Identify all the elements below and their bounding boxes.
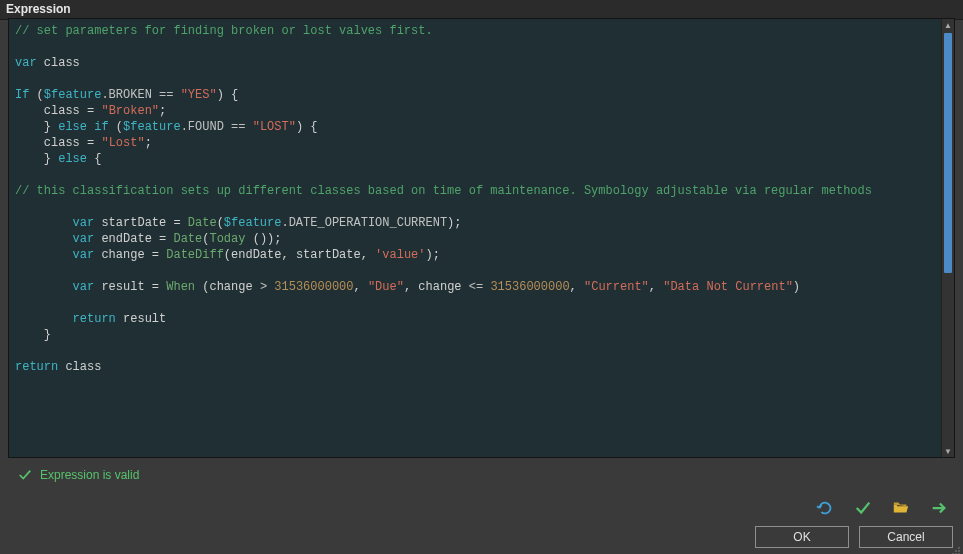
code-string: "Data Not Current" [663,280,793,294]
window-title: Expression [0,0,963,20]
code-string: "Current" [584,280,649,294]
code-string: "Broken" [101,104,159,118]
code-func: Today [209,232,245,246]
cancel-button[interactable]: Cancel [859,526,953,548]
revert-icon[interactable] [815,498,835,518]
code-ident: endDate [231,248,281,262]
dialog-buttons: OK Cancel [755,526,953,548]
code-string: 'value' [375,248,425,262]
code-ident: class [44,56,80,70]
code-func: Date [188,216,217,230]
code-ident: class [44,136,80,150]
code-ident: startDate [296,248,361,262]
code-ident: change [418,280,461,294]
code-func: DateDiff [166,248,224,262]
code-string: "LOST" [253,120,296,134]
code-ident: result [123,312,166,326]
scrollbar-thumb[interactable] [944,33,952,273]
code-ident: change [209,280,252,294]
code-comment: // this classification sets up different… [15,184,872,198]
check-icon [18,468,32,482]
editor-container: // set parameters for finding broken or … [8,18,955,458]
ok-button[interactable]: OK [755,526,849,548]
validate-icon[interactable] [853,498,873,518]
scroll-up-arrow-icon[interactable]: ▲ [942,19,954,31]
code-prop: .DATE_OPERATION_CURRENT [281,216,447,230]
code-keyword: else [58,152,87,166]
code-keyword: var [15,56,37,70]
code-global: $feature [224,216,282,230]
editor-scrollbar[interactable]: ▲ ▼ [941,19,954,457]
svg-point-2 [955,550,957,552]
code-keyword: If [15,88,29,102]
code-string: "Due" [368,280,404,294]
open-folder-icon[interactable] [891,498,911,518]
code-op: > [260,280,267,294]
validation-status: Expression is valid [18,468,139,482]
code-number: 31536000000 [274,280,353,294]
code-prop: .FOUND [181,120,224,134]
code-keyword: var [73,232,95,246]
code-op: == [231,120,245,134]
code-keyword: var [73,248,95,262]
code-keyword: return [73,312,116,326]
svg-point-1 [958,550,960,552]
code-global: $feature [123,120,181,134]
scroll-down-arrow-icon[interactable]: ▼ [942,445,954,457]
code-ident: result [101,280,144,294]
code-keyword: var [73,280,95,294]
code-keyword: if [94,120,108,134]
code-op: == [159,88,173,102]
code-ident: change [101,248,144,262]
code-string: "YES" [181,88,217,102]
code-ident: class [44,104,80,118]
expression-editor[interactable]: // set parameters for finding broken or … [8,18,955,458]
code-string: "Lost" [101,136,144,150]
code-ident: class [65,360,101,374]
svg-point-0 [958,547,960,549]
code-keyword: return [15,360,58,374]
resize-grip-icon[interactable] [951,542,961,552]
code-comment: // set parameters for finding broken or … [15,24,433,38]
code-global: $feature [44,88,102,102]
editor-toolbar [815,498,949,518]
expression-dialog: Expression // set parameters for finding… [0,0,963,554]
export-arrow-icon[interactable] [929,498,949,518]
code-op: <= [469,280,483,294]
validation-message: Expression is valid [40,468,139,482]
code-func: When [166,280,195,294]
code-keyword: else [58,120,87,134]
code-prop: .BROKEN [101,88,151,102]
code-number: 31536000000 [490,280,569,294]
code-ident: startDate [101,216,166,230]
code-ident: endDate [101,232,151,246]
code-keyword: var [73,216,95,230]
code-content[interactable]: // set parameters for finding broken or … [9,19,954,379]
code-func: Date [173,232,202,246]
